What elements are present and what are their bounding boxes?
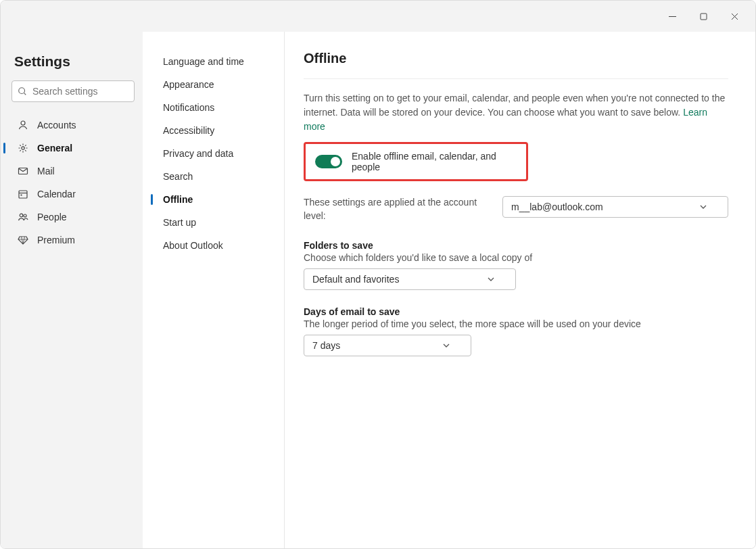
days-desc: The longer period of time you select, th… xyxy=(304,318,728,329)
folders-title: Folders to save xyxy=(304,240,728,251)
sidebar2-item-appearance[interactable]: Appearance xyxy=(156,75,276,94)
svg-point-4 xyxy=(19,88,25,94)
svg-point-6 xyxy=(21,121,25,125)
maximize-button[interactable] xyxy=(688,5,719,27)
folders-desc: Choose which folders you'd like to save … xyxy=(304,252,728,263)
title-bar xyxy=(1,1,755,32)
person-icon xyxy=(17,120,29,130)
primary-sidebar: Settings Accounts General xyxy=(1,32,143,548)
secondary-sidebar: Language and time Appearance Notificatio… xyxy=(143,32,285,548)
sidebar2-item-label: Start up xyxy=(163,217,196,228)
sidebar2-item-label: Appearance xyxy=(163,79,214,90)
sidebar2-item-startup[interactable]: Start up xyxy=(156,213,276,232)
sidebar2-item-label: Search xyxy=(163,171,193,182)
search-icon xyxy=(18,87,27,96)
folders-section: Folders to save Choose which folders you… xyxy=(304,240,728,290)
toggle-label: Enable offline email, calendar, and peop… xyxy=(352,151,517,172)
sidebar2-item-label: Accessibility xyxy=(163,125,214,136)
chevron-down-icon xyxy=(487,275,495,283)
svg-line-5 xyxy=(24,93,26,95)
account-desc: These settings are applied at the accoun… xyxy=(304,196,486,222)
diamond-icon xyxy=(17,235,29,245)
sidebar-item-label: Premium xyxy=(37,235,75,245)
account-dropdown[interactable]: m__lab@outlook.com xyxy=(502,196,728,218)
minimize-button[interactable] xyxy=(657,5,688,27)
account-row: These settings are applied at the accoun… xyxy=(304,196,728,222)
toggle-knob xyxy=(331,157,340,166)
sidebar-item-calendar[interactable]: Calendar xyxy=(11,185,135,204)
chevron-down-icon xyxy=(699,203,707,211)
sidebar-item-label: General xyxy=(37,143,72,153)
svg-point-7 xyxy=(22,147,24,149)
svg-rect-11 xyxy=(21,195,22,196)
folders-dropdown[interactable]: Default and favorites xyxy=(304,268,516,290)
sidebar2-item-label: Offline xyxy=(163,194,193,205)
svg-rect-9 xyxy=(19,191,27,198)
days-title: Days of email to save xyxy=(304,306,728,317)
offline-toggle[interactable] xyxy=(315,155,342,168)
sidebar-item-label: Calendar xyxy=(37,189,76,199)
sidebar-item-accounts[interactable]: Accounts xyxy=(11,116,135,135)
days-section: Days of email to save The longer period … xyxy=(304,306,728,356)
sidebar2-item-label: Language and time xyxy=(163,56,244,67)
days-selected: 7 days xyxy=(312,340,340,351)
sidebar-item-label: People xyxy=(37,212,67,222)
sidebar2-item-label: About Outlook xyxy=(163,240,223,251)
sidebar2-item-language[interactable]: Language and time xyxy=(156,52,276,71)
days-dropdown[interactable]: 7 days xyxy=(304,335,471,356)
close-button[interactable] xyxy=(719,5,750,27)
sidebar2-item-label: Notifications xyxy=(163,102,214,113)
page-title: Offline xyxy=(304,51,728,79)
sidebar-item-premium[interactable]: Premium xyxy=(11,231,135,249)
sidebar2-item-about[interactable]: About Outlook xyxy=(156,236,276,255)
sidebar2-item-search[interactable]: Search xyxy=(156,167,276,186)
sidebar2-item-privacy[interactable]: Privacy and data xyxy=(156,144,276,163)
highlight-box: Enable offline email, calendar, and peop… xyxy=(304,142,528,181)
offline-description: Turn this setting on to get to your emai… xyxy=(304,91,728,134)
people-icon xyxy=(17,212,29,222)
account-selected: m__lab@outlook.com xyxy=(511,201,603,212)
sidebar-item-label: Mail xyxy=(37,166,55,176)
mail-icon xyxy=(17,166,29,176)
search-input[interactable] xyxy=(11,80,135,102)
sidebar2-item-accessibility[interactable]: Accessibility xyxy=(156,121,276,140)
gear-icon xyxy=(17,143,29,153)
svg-point-13 xyxy=(24,214,26,217)
folders-selected: Default and favorites xyxy=(312,274,399,285)
sidebar2-item-label: Privacy and data xyxy=(163,148,233,159)
svg-point-12 xyxy=(20,214,23,217)
main-content: Offline Turn this setting on to get to y… xyxy=(285,32,755,548)
sidebar-item-label: Accounts xyxy=(37,120,76,130)
svg-rect-1 xyxy=(701,14,707,20)
sidebar-item-mail[interactable]: Mail xyxy=(11,162,135,181)
sidebar-item-general[interactable]: General xyxy=(11,139,135,158)
settings-title: Settings xyxy=(14,53,132,70)
sidebar-item-people[interactable]: People xyxy=(11,208,135,226)
search-wrap xyxy=(11,80,135,102)
chevron-down-icon xyxy=(442,341,450,350)
sidebar2-item-offline[interactable]: Offline xyxy=(156,190,276,209)
sidebar2-item-notifications[interactable]: Notifications xyxy=(156,98,276,117)
calendar-icon xyxy=(17,189,29,199)
